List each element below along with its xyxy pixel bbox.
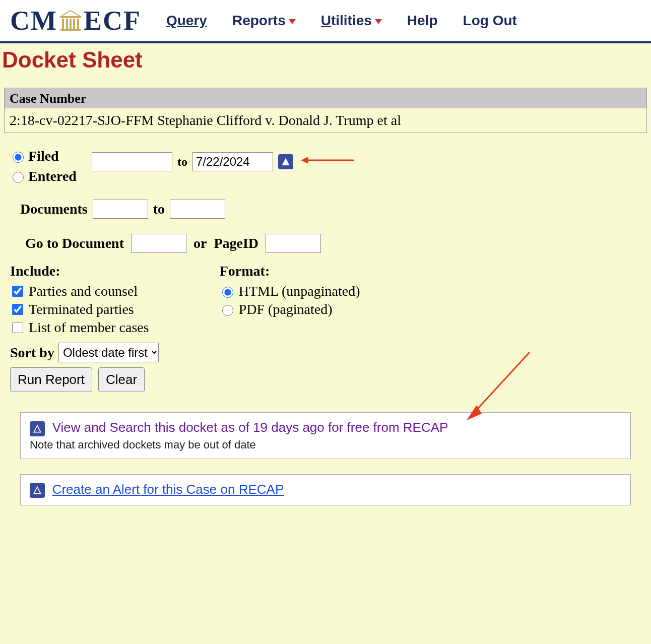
goto-document-label: Go to Document [25, 235, 124, 251]
svg-rect-1 [60, 17, 81, 18]
filed-radio[interactable] [13, 152, 24, 163]
svg-rect-3 [66, 19, 68, 29]
date-filter-row: Filed Entered to [10, 148, 641, 184]
filed-label: Filed [28, 148, 59, 164]
cmecf-logo: CM ECF [10, 5, 141, 36]
dropdown-arrow-icon [289, 19, 296, 24]
recap-alert-box: Create an Alert for this Case on RECAP [20, 474, 631, 506]
nav-links: Query Reports Utilities Help Log Out [166, 13, 517, 29]
include-column: Include: Parties and counsel Terminated … [10, 263, 149, 338]
documents-from-input[interactable] [93, 200, 148, 219]
documents-label: Documents [20, 201, 88, 217]
pageid-input[interactable] [266, 234, 321, 253]
logo-cm-text: CM [10, 5, 57, 36]
format-pdf-radio[interactable] [222, 305, 233, 316]
format-html-radio[interactable] [222, 287, 233, 298]
case-number-box: Case Number 2:18-cv-02217-SJO-FFM Stepha… [4, 88, 647, 133]
format-html-row[interactable]: HTML (unpaginated) [220, 283, 360, 299]
nav-help[interactable]: Help [407, 13, 438, 29]
format-title: Format: [220, 263, 360, 279]
annotation-arrow-icon [298, 153, 359, 171]
courthouse-icon [58, 10, 83, 32]
member-cases-checkbox[interactable] [12, 322, 23, 333]
goto-or-label: or [193, 235, 207, 251]
case-number-value: 2:18-cv-02217-SJO-FFM Stephanie Clifford… [5, 108, 646, 133]
member-cases-row[interactable]: List of member cases [10, 319, 149, 336]
terminated-parties-checkbox[interactable] [12, 304, 23, 315]
entered-radio-row[interactable]: Entered [10, 168, 77, 184]
format-column: Format: HTML (unpaginated) PDF (paginate… [220, 263, 360, 338]
date-from-input[interactable] [92, 152, 172, 171]
terminated-parties-row[interactable]: Terminated parties [10, 301, 149, 317]
sortby-select[interactable]: Oldest date first [58, 343, 159, 362]
sortby-label: Sort by [10, 345, 54, 361]
page-title: Docket Sheet [2, 47, 651, 73]
nav-reports[interactable]: Reports [232, 13, 296, 29]
recap-alert-link[interactable]: Create an Alert for this Case on RECAP [52, 482, 284, 497]
svg-rect-4 [70, 19, 72, 29]
parties-counsel-row[interactable]: Parties and counsel [10, 283, 149, 299]
button-row: Run Report Clear [10, 367, 641, 392]
pageid-label: PageID [214, 235, 258, 251]
nav-logout[interactable]: Log Out [463, 13, 517, 29]
svg-marker-11 [467, 405, 482, 420]
nav-query[interactable]: Query [166, 13, 207, 29]
nav-utilities[interactable]: Utilities [321, 13, 382, 29]
recap-view-link[interactable]: View and Search this docket as of 19 day… [52, 420, 448, 435]
sortby-row: Sort by Oldest date first [10, 343, 641, 362]
date-to-label: to [177, 155, 187, 169]
parties-counsel-checkbox[interactable] [12, 286, 23, 297]
documents-row: Documents to [20, 200, 641, 219]
recap-view-note: Note that archived dockets may be out of… [30, 438, 621, 452]
svg-marker-9 [301, 157, 308, 164]
documents-to-label: to [153, 201, 165, 217]
filed-radio-row[interactable]: Filed [10, 148, 77, 164]
svg-rect-7 [60, 29, 81, 31]
dropdown-arrow-icon [375, 19, 382, 24]
entered-label: Entered [28, 168, 77, 184]
date-to-input[interactable] [192, 152, 273, 171]
include-title: Include: [10, 263, 149, 279]
run-report-button[interactable]: Run Report [10, 367, 92, 392]
options-columns: Include: Parties and counsel Terminated … [10, 263, 641, 338]
svg-rect-6 [77, 19, 79, 29]
clear-button[interactable]: Clear [98, 367, 145, 392]
logo-ecf-text: ECF [84, 5, 141, 36]
recap-icon [30, 483, 45, 498]
goto-document-row: Go to Document or PageID [25, 234, 641, 253]
case-number-label: Case Number [5, 88, 646, 108]
goto-document-input[interactable] [131, 234, 186, 253]
svg-rect-2 [62, 19, 64, 29]
recap-view-box: View and Search this docket as of 19 day… [20, 412, 631, 459]
top-nav-bar: CM ECF Query Reports Utilities Help Log … [0, 0, 651, 43]
entered-radio[interactable] [13, 172, 24, 183]
svg-rect-5 [73, 19, 75, 29]
recap-extension-icon[interactable] [278, 154, 293, 169]
recap-icon [30, 421, 45, 436]
format-pdf-row[interactable]: PDF (paginated) [220, 301, 360, 317]
svg-marker-0 [60, 11, 81, 17]
documents-to-input[interactable] [170, 200, 225, 219]
